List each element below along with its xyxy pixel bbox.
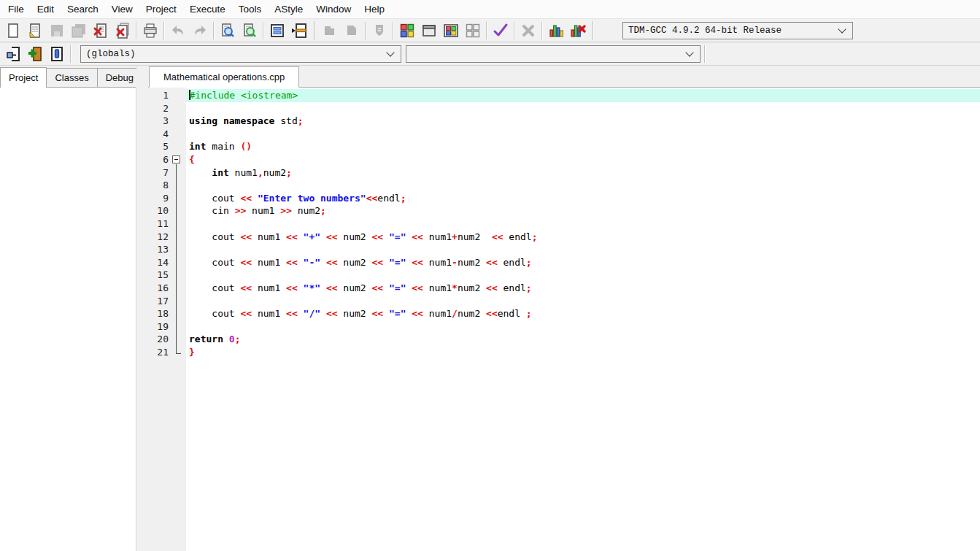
goto-line-button[interactable] [288, 20, 310, 41]
run-icon [343, 22, 360, 39]
syntax-check-button[interactable] [490, 20, 512, 41]
toolbar-separator [704, 45, 706, 63]
close-file-button[interactable] [90, 20, 112, 41]
menu-execute[interactable]: Execute [183, 1, 232, 17]
panel-splitter[interactable] [136, 66, 148, 551]
menu-search[interactable]: Search [61, 1, 105, 17]
gutter: 6 [148, 153, 186, 166]
fold-collapse-icon[interactable] [169, 153, 186, 166]
fold-line [169, 192, 186, 205]
save-all-button[interactable] [68, 20, 90, 41]
close-project-button[interactable] [462, 20, 484, 41]
code-line-13[interactable]: 13 [148, 243, 980, 256]
specials-toolbar: (globals) [0, 42, 980, 66]
code-line-8[interactable]: 8 [148, 179, 980, 192]
members-select[interactable] [406, 45, 701, 63]
code-line-1[interactable]: 1#include <iostream> [148, 89, 980, 102]
menu-window[interactable]: Window [309, 1, 358, 17]
abort-button[interactable] [517, 20, 539, 41]
redo-button[interactable] [189, 20, 211, 41]
menu-view[interactable]: View [105, 1, 139, 17]
code-text [186, 269, 980, 282]
profile-button[interactable] [545, 20, 567, 41]
editor-tab-active[interactable]: Mathematical operations.cpp [149, 66, 299, 88]
code-text: } [186, 346, 980, 359]
code-text [186, 243, 980, 256]
code-line-21[interactable]: 21} [148, 346, 980, 359]
code-line-4[interactable]: 4 [148, 128, 980, 141]
compiler-select[interactable]: TDM-GCC 4.9.2 64-bit Release [622, 22, 853, 39]
code-line-18[interactable]: 18 cout << num1 << "/" << num2 << "=" <<… [148, 307, 980, 320]
gutter: 19 [148, 320, 186, 334]
code-line-11[interactable]: 11 [148, 217, 980, 231]
globals-select[interactable]: (globals) [80, 45, 401, 63]
project-panel[interactable] [0, 87, 136, 551]
insert-button[interactable] [2, 44, 24, 64]
save-all-icon [70, 22, 88, 39]
code-text [186, 179, 980, 192]
code-line-6[interactable]: 6{ [148, 153, 980, 166]
fold-margin [169, 128, 186, 141]
menu-help[interactable]: Help [358, 1, 391, 17]
delete-profiling-button[interactable] [567, 20, 589, 41]
line-number: 18 [148, 307, 169, 320]
code-line-9[interactable]: 9 cout << "Enter two numbers"<<endl; [148, 192, 980, 205]
find-button[interactable] [217, 20, 239, 41]
run-button[interactable] [341, 20, 363, 41]
menu-project[interactable]: Project [139, 1, 183, 17]
window-button[interactable] [418, 20, 440, 41]
code-line-14[interactable]: 14 cout << num1 << "-" << num2 << "=" <<… [148, 256, 980, 269]
project-options-button[interactable] [440, 20, 462, 41]
compile-button[interactable] [319, 20, 341, 41]
new-file-button[interactable] [2, 20, 24, 41]
toolbar-separator [70, 45, 72, 63]
code-line-12[interactable]: 12 cout << num1 << "+" << num2 << "=" <<… [148, 231, 980, 244]
replace-button[interactable] [239, 20, 261, 41]
tab-project[interactable]: Project [0, 67, 47, 88]
undo-button[interactable] [167, 20, 189, 41]
chevron-down-icon [838, 25, 846, 33]
save-button[interactable] [46, 20, 68, 41]
tab-classes[interactable]: Classes [46, 68, 97, 88]
code-line-7[interactable]: 7 int num1,num2; [148, 166, 980, 180]
toolbar-separator [163, 22, 165, 39]
gutter: 16 [148, 282, 186, 295]
code-text: cout << num1 << "/" << num2 << "=" << nu… [186, 307, 980, 320]
debug-button[interactable] [369, 20, 390, 41]
fold-margin [169, 140, 186, 153]
toolbar-separator [314, 21, 315, 40]
goto-bookmark-icon [48, 45, 66, 63]
tab-debug[interactable]: Debug [97, 68, 142, 88]
fold-line [169, 256, 186, 269]
code-line-17[interactable]: 17 [148, 295, 980, 308]
code-line-5[interactable]: 5int main () [148, 140, 980, 153]
globals-select-value: (globals) [86, 49, 136, 59]
code-line-16[interactable]: 16 cout << num1 << "*" << num2 << "=" <<… [148, 282, 980, 295]
menu-edit[interactable]: Edit [31, 1, 61, 17]
menu-astyle[interactable]: AStyle [268, 1, 309, 17]
code-text [186, 128, 980, 141]
goto-bookmark-button[interactable] [46, 44, 68, 64]
open-file-button[interactable] [24, 20, 46, 41]
new-project-button[interactable] [396, 20, 418, 41]
menu-tools[interactable]: Tools [232, 1, 269, 17]
code-text: cin >> num1 >> num2; [186, 204, 980, 217]
close-all-button[interactable] [112, 20, 134, 41]
print-button[interactable] [139, 20, 161, 41]
toolbar-separator [393, 22, 394, 39]
toggle-bookmark-button[interactable] [24, 44, 46, 64]
code-line-20[interactable]: 20return 0; [148, 333, 980, 346]
goto-function-button[interactable] [266, 20, 288, 41]
fold-line [169, 217, 186, 231]
menu-file[interactable]: File [1, 1, 31, 17]
code-line-2[interactable]: 2 [148, 102, 980, 115]
code-line-19[interactable]: 19 [148, 320, 980, 334]
code-editor[interactable]: 1#include <iostream>23using namespace st… [148, 88, 980, 551]
editor-tab-bar: Mathematical operations.cpp [148, 66, 980, 88]
code-line-3[interactable]: 3using namespace std; [148, 115, 980, 128]
code-line-10[interactable]: 10 cin >> num1 >> num2; [148, 204, 980, 217]
toolbar-separator [365, 22, 366, 39]
fold-line [169, 333, 186, 346]
project-options-icon [442, 22, 460, 39]
code-line-15[interactable]: 15 [148, 269, 980, 282]
